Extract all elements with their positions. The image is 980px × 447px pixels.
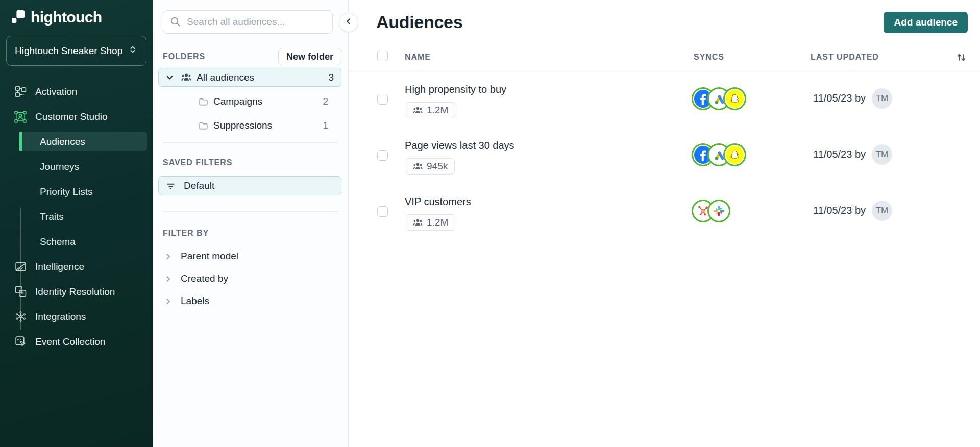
sync-icon-slack[interactable] <box>707 200 730 222</box>
folder-campaigns[interactable]: Campaigns 2 <box>158 92 341 111</box>
folder-suppressions[interactable]: Suppressions 1 <box>158 116 341 135</box>
sidebar-item-integrations[interactable]: Integrations <box>0 304 153 329</box>
column-header-syncs: SYNCS <box>694 53 724 62</box>
sync-icon-snapchat[interactable] <box>723 87 746 110</box>
chevron-right-icon <box>164 297 173 306</box>
sync-destinations <box>692 143 746 166</box>
sidebar-item-activation[interactable]: Activation <box>0 79 153 104</box>
sidebar-item-journeys[interactable]: Journeys <box>0 154 153 179</box>
sort-button[interactable] <box>953 49 969 65</box>
hightouch-logo[interactable]: hightouch <box>11 9 102 26</box>
folders-section-label: FOLDERS <box>163 52 205 61</box>
audience-table: High propensity to buy 1.2M <box>349 70 980 239</box>
sidebar-item-customer-studio[interactable]: Customer Studio <box>0 104 153 129</box>
filter-group-parent-model[interactable]: Parent model <box>153 245 348 267</box>
people-icon <box>413 162 423 170</box>
avatar: TM <box>872 144 892 165</box>
table-row[interactable]: Page views last 30 days 945k <box>349 127 980 183</box>
chevron-right-icon <box>164 275 173 283</box>
saved-filter-default[interactable]: Default <box>158 176 341 195</box>
audience-size: 945k <box>427 161 448 172</box>
column-header-name: NAME <box>405 53 431 62</box>
people-icon <box>413 106 423 114</box>
column-header-last-updated: LAST UPDATED <box>811 53 879 62</box>
sidebar-item-intelligence[interactable]: Intelligence <box>0 254 153 279</box>
row-checkbox[interactable] <box>377 206 388 217</box>
workspace-selector[interactable]: Hightouch Sneaker Shop <box>6 36 146 66</box>
filter-group-created-by[interactable]: Created by <box>153 268 348 289</box>
filter-by-section-label: FILTER BY <box>163 229 209 238</box>
audiences-side-panel: FOLDERS New folder All audiences 3 Campa… <box>153 0 349 447</box>
folder-count: 1 <box>323 120 328 131</box>
search-input[interactable] <box>163 10 333 34</box>
folder-name: Campaigns <box>213 96 262 107</box>
search-icon <box>170 16 181 29</box>
select-all-checkbox[interactable] <box>377 51 388 61</box>
audience-size: 1.2M <box>427 217 448 228</box>
audience-name: High propensity to buy <box>405 84 506 95</box>
customer-studio-icon <box>14 111 27 123</box>
avatar: TM <box>872 88 892 109</box>
sidebar-item-label: Customer Studio <box>35 111 108 122</box>
folder-all-audiences[interactable]: All audiences 3 <box>158 68 341 87</box>
filter-icon <box>166 181 176 191</box>
last-updated-text: 11/05/23 by <box>813 148 866 160</box>
sidebar-item-priority-lists[interactable]: Priority Lists <box>0 179 153 204</box>
brand-name: hightouch <box>31 9 102 26</box>
sidebar-item-label: Activation <box>35 86 77 97</box>
chevron-down-icon[interactable] <box>165 73 174 82</box>
table-row[interactable]: VIP customers 1.2M 11/05/23 by TM <box>349 183 980 239</box>
collapse-panel-button[interactable] <box>339 13 358 32</box>
last-updated-text: 11/05/23 by <box>813 92 866 104</box>
sidebar-nav: Activation Customer Studio Audiences Jou… <box>0 79 153 354</box>
chevron-right-icon <box>164 252 173 261</box>
sync-destinations <box>692 200 730 222</box>
sidebar-item-label: Identity Resolution <box>35 286 115 297</box>
avatar: TM <box>872 201 892 221</box>
row-checkbox[interactable] <box>377 94 388 105</box>
sidebar-item-label: Event Collection <box>35 336 105 347</box>
workspace-name: Hightouch Sneaker Shop <box>15 45 128 57</box>
people-icon <box>181 73 191 82</box>
workflow-icon <box>14 86 27 98</box>
sidebar-item-label: Integrations <box>35 311 86 322</box>
sidebar-item-traits[interactable]: Traits <box>0 204 153 229</box>
sidebar-item-identity-resolution[interactable]: Identity Resolution <box>0 279 153 304</box>
integrations-icon <box>14 311 27 323</box>
sidebar-item-event-collection[interactable]: Event Collection <box>0 329 153 354</box>
folder-icon <box>199 97 208 106</box>
row-checkbox[interactable] <box>377 150 388 161</box>
saved-filter-name: Default <box>184 180 214 191</box>
new-folder-button[interactable]: New folder <box>278 48 341 65</box>
audience-name: Page views last 30 days <box>405 140 514 152</box>
folder-icon <box>199 121 208 130</box>
sidebar-item-schema[interactable]: Schema <box>0 229 153 254</box>
folder-name: All audiences <box>197 72 254 83</box>
folder-name: Suppressions <box>213 120 272 131</box>
filter-group-labels[interactable]: Labels <box>153 290 348 312</box>
audience-size-badge: 1.2M <box>406 214 455 231</box>
panel-divider <box>163 142 338 143</box>
audience-name: VIP customers <box>405 196 471 208</box>
table-row[interactable]: High propensity to buy 1.2M <box>349 70 980 127</box>
sync-icon-snapchat[interactable] <box>723 143 746 166</box>
sort-arrows-icon <box>955 52 967 63</box>
sidebar-item-audiences[interactable]: Audiences <box>0 129 153 154</box>
last-updated-text: 11/05/23 by <box>813 205 866 216</box>
sidebar: hightouch Hightouch Sneaker Shop Activat… <box>0 0 153 447</box>
page-title: Audiences <box>376 12 462 32</box>
folder-count: 3 <box>328 72 334 83</box>
table-header: NAME SYNCS LAST UPDATED <box>349 48 980 70</box>
main-content: Audiences Add audience NAME SYNCS LAST U… <box>349 0 980 447</box>
audience-size-badge: 1.2M <box>406 102 455 118</box>
saved-filters-section-label: SAVED FILTERS <box>163 158 232 167</box>
chevron-left-icon <box>344 17 353 28</box>
people-icon <box>413 218 423 227</box>
sync-destinations <box>692 87 746 110</box>
folder-count: 2 <box>323 96 328 107</box>
app-window: hightouch Hightouch Sneaker Shop Activat… <box>0 0 980 447</box>
audience-size-badge: 945k <box>406 158 455 175</box>
add-audience-button[interactable]: Add audience <box>884 12 968 33</box>
hightouch-logo-icon <box>11 10 25 26</box>
event-collection-icon <box>14 336 27 348</box>
